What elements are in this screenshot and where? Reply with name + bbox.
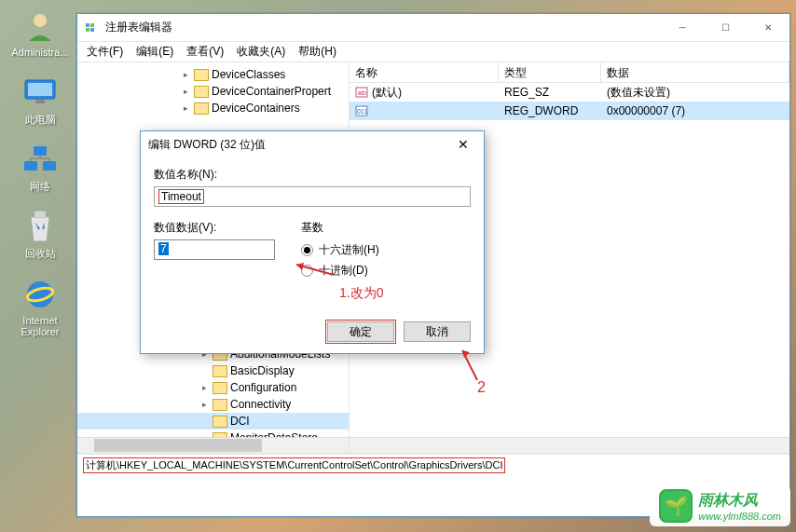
tree-item-selected[interactable]: DCI <box>77 413 349 430</box>
desktop-icon-thispc[interactable]: 此电脑 <box>7 75 73 125</box>
menu-favorites[interactable]: 收藏夹(A) <box>237 44 285 60</box>
menu-file[interactable]: 文件(F) <box>87 44 123 60</box>
folder-icon <box>213 399 227 411</box>
expand-icon[interactable]: ▸ <box>199 383 210 392</box>
string-value-icon: ab <box>355 86 368 99</box>
svg-rect-7 <box>43 161 56 171</box>
dialog-close-button[interactable]: ✕ <box>450 137 476 152</box>
radio-hex[interactable]: 十六进制(H) <box>301 239 379 260</box>
folder-icon <box>213 416 227 428</box>
maximize-button[interactable]: ☐ <box>704 14 747 42</box>
tree-item[interactable]: ▸Configuration <box>77 379 349 396</box>
network-icon <box>21 142 59 179</box>
svg-rect-10 <box>86 23 89 27</box>
computer-icon <box>21 75 59 112</box>
folder-icon <box>194 86 209 98</box>
value-name-label: 数值名称(N): <box>154 167 471 183</box>
svg-rect-13 <box>90 28 94 32</box>
dialog-title: 编辑 DWORD (32 位)值 <box>148 137 266 153</box>
radio-icon <box>301 265 313 277</box>
ie-icon <box>21 276 59 313</box>
svg-text:ab: ab <box>358 89 366 97</box>
header-name[interactable]: 名称 <box>350 62 499 82</box>
desktop-icon-network[interactable]: 网络 <box>7 142 73 192</box>
edit-dword-dialog: 编辑 DWORD (32 位)值 ✕ 数值名称(N): Timeout 数值数据… <box>140 130 485 354</box>
svg-rect-2 <box>28 83 52 96</box>
recycle-bin-icon <box>21 209 59 246</box>
menu-bar: 文件(F) 编辑(E) 查看(V) 收藏夹(A) 帮助(H) <box>77 42 789 62</box>
menu-edit[interactable]: 编辑(E) <box>136 44 173 60</box>
window-title: 注册表编辑器 <box>105 20 661 35</box>
value-data-input[interactable]: 7 <box>154 239 275 260</box>
desktop-icon-admin[interactable]: Administra... <box>7 7 73 58</box>
desktop-icons: Administra... 此电脑 网络 回收站 Internet Explor… <box>7 7 73 338</box>
minimize-button[interactable]: ─ <box>661 14 704 42</box>
tree-item[interactable]: ▸DeviceContainerPropert <box>77 83 349 100</box>
status-path: 计算机\HKEY_LOCAL_MACHINE\SYSTEM\CurrentCon… <box>83 457 505 473</box>
folder-icon <box>194 69 209 81</box>
desktop-icon-label: Administra... <box>11 47 68 58</box>
tree-item[interactable]: BasicDisplay <box>77 362 349 379</box>
desktop-icon-ie[interactable]: Internet Explorer <box>7 276 73 337</box>
menu-view[interactable]: 查看(V) <box>186 44 224 60</box>
close-button[interactable]: ✕ <box>747 14 789 42</box>
desktop-icon-label: Internet Explorer <box>7 315 73 337</box>
header-data[interactable]: 数据 <box>601 62 789 82</box>
watermark-icon: 🌱 <box>659 489 693 523</box>
svg-rect-12 <box>86 28 89 32</box>
svg-text:011: 011 <box>357 108 368 115</box>
radio-dec[interactable]: 十进制(D) <box>301 260 379 280</box>
header-type[interactable]: 类型 <box>499 62 601 82</box>
expand-icon[interactable]: ▸ <box>180 70 191 79</box>
svg-rect-3 <box>35 100 45 103</box>
user-icon <box>21 7 59 45</box>
title-bar: 注册表编辑器 ─ ☐ ✕ <box>77 14 789 42</box>
window-controls: ─ ☐ ✕ <box>661 14 789 42</box>
ok-button[interactable]: 确定 <box>327 321 394 342</box>
dialog-title-bar: 编辑 DWORD (32 位)值 ✕ <box>141 131 484 157</box>
desktop-icon-label: 网络 <box>30 181 50 192</box>
menu-help[interactable]: 帮助(H) <box>298 44 336 60</box>
watermark: 🌱 雨林木风 www.ylmf888.com <box>650 485 790 526</box>
folder-icon <box>194 102 209 115</box>
radio-icon <box>301 244 313 256</box>
folder-icon <box>213 365 227 377</box>
scrollbar-horizontal[interactable] <box>350 437 789 453</box>
value-data-label: 数值数据(V): <box>154 220 275 236</box>
desktop-icon-label: 此电脑 <box>25 114 56 125</box>
expand-icon[interactable]: ▸ <box>180 87 191 96</box>
tree-item[interactable]: ▸Connectivity <box>77 396 349 413</box>
svg-rect-11 <box>90 23 94 27</box>
value-row[interactable]: ab(默认) REG_SZ (数值未设置) <box>350 83 789 102</box>
scrollbar-horizontal[interactable] <box>77 437 349 453</box>
expand-icon[interactable]: ▸ <box>199 400 210 409</box>
watermark-url: www.ylmf888.com <box>698 511 781 522</box>
tree-item[interactable]: ▸DeviceContainers <box>77 100 349 116</box>
svg-point-8 <box>27 281 53 307</box>
svg-rect-6 <box>24 161 37 171</box>
regedit-icon <box>85 20 100 35</box>
status-bar: 计算机\HKEY_LOCAL_MACHINE\SYSTEM\CurrentCon… <box>77 454 789 474</box>
desktop-icon-recycle[interactable]: 回收站 <box>7 209 73 259</box>
svg-rect-5 <box>34 146 47 156</box>
folder-icon <box>213 382 227 394</box>
svg-point-0 <box>34 14 47 27</box>
value-name-field[interactable]: Timeout <box>154 186 471 207</box>
radix-label: 基数 <box>301 220 379 236</box>
cancel-button[interactable]: 取消 <box>404 321 471 342</box>
tree-item[interactable]: ▸DeviceClasses <box>77 66 349 83</box>
list-header: 名称 类型 数据 <box>350 62 789 83</box>
value-row-selected[interactable]: 011 REG_DWORD 0x00000007 (7) <box>350 102 789 120</box>
dword-value-icon: 011 <box>355 104 368 117</box>
watermark-title: 雨林木风 <box>698 491 781 511</box>
svg-rect-4 <box>32 103 48 106</box>
desktop-icon-label: 回收站 <box>25 248 56 259</box>
expand-icon[interactable]: ▸ <box>180 103 191 113</box>
